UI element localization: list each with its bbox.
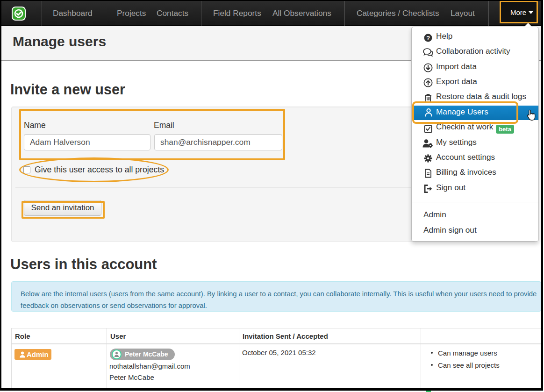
svg-text:?: ? — [426, 35, 430, 42]
